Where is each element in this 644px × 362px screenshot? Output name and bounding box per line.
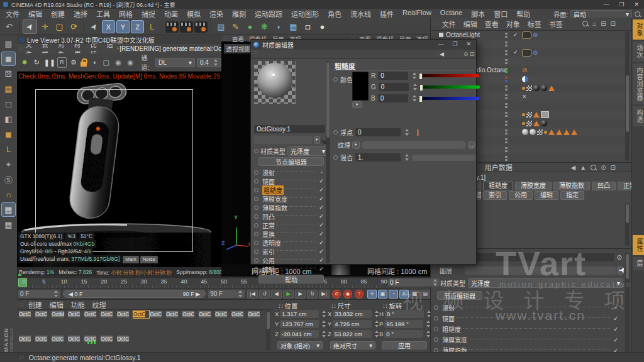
coordinate-field[interactable]: 33.832 cm [333, 310, 372, 318]
select-cursor-icon[interactable]: ➤ [23, 19, 37, 34]
attr-tab2-0[interactable]: 索引 [483, 191, 507, 200]
key-position-toggle[interactable]: ✛ [367, 290, 377, 299]
spinner[interactable] [321, 321, 326, 327]
visibility-dots[interactable] [505, 68, 508, 73]
oct-tag-icon[interactable] [522, 49, 531, 57]
attr-tab-1[interactable]: 薄膜宽度 [515, 182, 552, 190]
render-picture-viewer-icon[interactable] [180, 21, 193, 33]
tri-tag-icon[interactable] [564, 129, 570, 135]
grip-icon[interactable]: ∷ [17, 46, 23, 52]
gradient-slider[interactable] [420, 85, 480, 89]
visibility-dots[interactable] [505, 129, 508, 134]
pick-material-pin-icon[interactable]: ◉ [125, 57, 135, 69]
search-icon[interactable] [591, 165, 596, 170]
node-editor-button[interactable]: 节点编辑器 [437, 291, 482, 300]
checkbox-checked[interactable]: ✓ [318, 231, 325, 237]
play-button[interactable]: ▶ [283, 290, 294, 299]
preview-icon[interactable]: ⊙ [617, 254, 622, 261]
channel-row-1[interactable]: 镜面✓ [431, 313, 619, 324]
quantize-grid-icon[interactable]: ▦ [1, 217, 16, 232]
stop-tag-icon[interactable]: ⊘ [522, 67, 527, 74]
visibility-dots[interactable] [505, 85, 508, 90]
material-preview[interactable] [254, 61, 296, 104]
checkbox-checked[interactable]: ✓ [318, 195, 325, 202]
channel-row-2[interactable]: 粗糙度✓ [431, 324, 619, 334]
cycle-button[interactable]: ↻ [307, 290, 318, 299]
value-field[interactable]: 0 [379, 83, 409, 91]
anim-dot[interactable] [254, 232, 258, 236]
record-keyframe-button[interactable]: ⊘ [332, 290, 341, 299]
visibility-dots[interactable] [505, 77, 508, 82]
oct-tag-icon[interactable] [522, 31, 531, 39]
material-thumb-12[interactable]: OctC [215, 310, 231, 318]
material-thumb-r2-0[interactable]: OctC [19, 335, 35, 343]
visibility-dots[interactable] [505, 33, 508, 38]
visibility-dots[interactable] [505, 59, 508, 64]
apply-button[interactable]: 应用 [382, 341, 427, 349]
tri-tag-icon[interactable] [533, 112, 540, 118]
material-thumb-11[interactable]: OctC [199, 310, 214, 318]
right-tab-2[interactable]: 内容浏览器 [633, 63, 644, 104]
key-rotation-toggle[interactable]: ◔ [389, 290, 398, 299]
settings-gear-icon[interactable]: ⚙ [69, 57, 79, 69]
channel-row-9[interactable]: 索引✓ [251, 247, 325, 256]
material-thumb-r2-4[interactable]: OctC [84, 335, 100, 343]
right-lower-tab-1[interactable]: 层 [633, 257, 644, 270]
minimize-button[interactable]: — [438, 41, 443, 47]
deformers-icon[interactable]: ◗ [272, 20, 286, 33]
menu-item-6[interactable]: 捕捉 [137, 9, 160, 19]
channel-row-0[interactable]: 漫射▪ [431, 302, 619, 313]
checkbox-checked[interactable]: ✓ [318, 248, 325, 255]
coordinate-field[interactable]: 123.767 cm [280, 320, 319, 328]
anim-dot[interactable] [434, 337, 438, 342]
checkbox-checked[interactable]: ✓ [612, 326, 619, 332]
move-tool-icon[interactable]: ✛ [38, 20, 52, 33]
material-thumb-9[interactable]: OctC [166, 310, 182, 318]
visibility-dots[interactable] [505, 41, 508, 47]
goto-end-button[interactable]: ▶| [319, 290, 330, 299]
material-thumb-5[interactable]: OctC [101, 310, 116, 318]
close-button[interactable]: ✕ [634, 1, 639, 8]
checkbox-checked[interactable]: ✓ [612, 315, 619, 322]
spinner[interactable] [238, 290, 243, 297]
maximize-button[interactable]: ❐ [452, 41, 457, 47]
spinner[interactable] [374, 331, 379, 337]
lock-icon[interactable]: ⊙ [601, 164, 606, 171]
search-icon[interactable] [635, 11, 640, 17]
attr-tab2-1[interactable]: 公用 [509, 191, 533, 200]
render-region-icon[interactable]: R [57, 57, 67, 68]
attr-tab2-3[interactable]: 指定 [560, 191, 584, 200]
grip-icon[interactable]: ∷ [224, 35, 227, 43]
visibility-dots[interactable] [505, 138, 508, 143]
undo-history-icon[interactable]: ▩ [1, 36, 16, 51]
check-tag-icon[interactable] [526, 112, 532, 118]
texture-dice-icon[interactable]: ⚄ [1, 67, 16, 81]
float-field[interactable]: 0 [355, 128, 401, 136]
snap-toggle-icon[interactable]: Ⓢ [1, 172, 16, 187]
target-tag-icon[interactable]: ⊚ [533, 50, 538, 56]
start-frame-field[interactable]: 0 F [18, 290, 60, 298]
visibility-dots[interactable] [505, 121, 508, 126]
slider-handle[interactable] [419, 96, 423, 102]
gpu-tab-main[interactable]: Main [123, 256, 138, 263]
color-swatch[interactable] [352, 72, 369, 101]
visibility-dots[interactable] [505, 147, 508, 152]
material-thumb-4[interactable]: OctC [84, 310, 100, 318]
record-active-objects-button[interactable]: ◉ [343, 290, 352, 299]
grip-icon[interactable]: ∷ [433, 21, 437, 27]
help-button[interactable]: 帮助 [258, 275, 324, 283]
spinner[interactable] [404, 129, 409, 136]
channel-row-5[interactable]: 凹凸✓ [251, 212, 325, 221]
checkbox-checked[interactable]: ✓ [318, 213, 325, 219]
menu-item-8[interactable]: 模拟 [182, 9, 205, 19]
material-thumb-2[interactable]: OctM [52, 310, 67, 318]
tri-tag-icon[interactable] [571, 129, 577, 135]
ball-tag-icon[interactable] [541, 85, 547, 91]
expand-panel-icon[interactable]: ⊡ [611, 164, 616, 171]
search-icon[interactable] [582, 21, 588, 26]
material-type-dropdown[interactable]: 光泽度▾ [468, 278, 623, 288]
autokey-help-button[interactable]: ? [355, 290, 364, 299]
material-thumb-13[interactable]: OctC [231, 310, 247, 318]
attr-tab-2[interactable]: 薄膜指数 [553, 182, 590, 190]
menu-item-11[interactable]: 运动跟踪 [250, 9, 287, 19]
